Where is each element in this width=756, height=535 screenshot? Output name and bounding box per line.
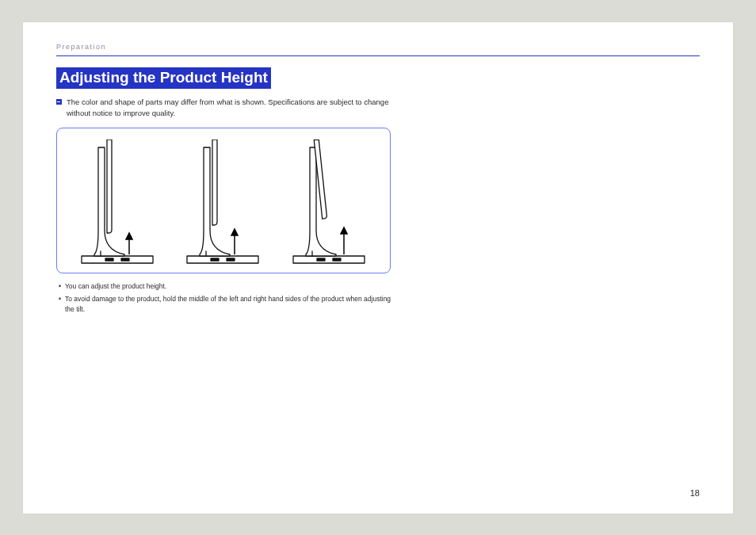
page-number: 18 <box>690 488 700 498</box>
bullet-text: To avoid damage to the product, hold the… <box>65 294 399 315</box>
svg-rect-11 <box>317 258 325 261</box>
svg-rect-1 <box>105 258 113 261</box>
note-row: The color and shape of parts may differ … <box>56 97 389 120</box>
bullet-dot: • <box>59 294 61 315</box>
svg-marker-14 <box>341 227 347 234</box>
list-item: • You can adjust the product height. <box>59 281 399 292</box>
bullet-dot: • <box>59 281 61 292</box>
svg-rect-10 <box>293 256 365 263</box>
svg-rect-2 <box>121 258 129 261</box>
bullet-text: You can adjust the product height. <box>65 281 166 292</box>
bullet-list: • You can adjust the product height. • T… <box>56 281 399 315</box>
svg-rect-0 <box>82 256 153 263</box>
monitor-diagram-low <box>72 139 163 266</box>
header-divider <box>56 55 700 56</box>
breadcrumb: Preparation <box>56 43 700 51</box>
svg-rect-6 <box>211 258 219 261</box>
page-title: Adjusting the Product Height <box>56 67 271 89</box>
svg-rect-7 <box>227 258 235 261</box>
svg-rect-5 <box>187 256 258 263</box>
svg-rect-12 <box>333 258 341 261</box>
svg-marker-9 <box>231 229 238 235</box>
note-icon <box>56 99 62 105</box>
manual-page: Preparation Adjusting the Product Height… <box>23 22 733 514</box>
list-item: • To avoid damage to the product, hold t… <box>59 294 399 315</box>
svg-marker-4 <box>126 233 132 239</box>
monitor-diagram-high <box>284 139 375 266</box>
monitor-diagram-mid <box>178 139 269 266</box>
note-text: The color and shape of parts may differ … <box>67 97 389 120</box>
figure-box <box>56 128 391 273</box>
